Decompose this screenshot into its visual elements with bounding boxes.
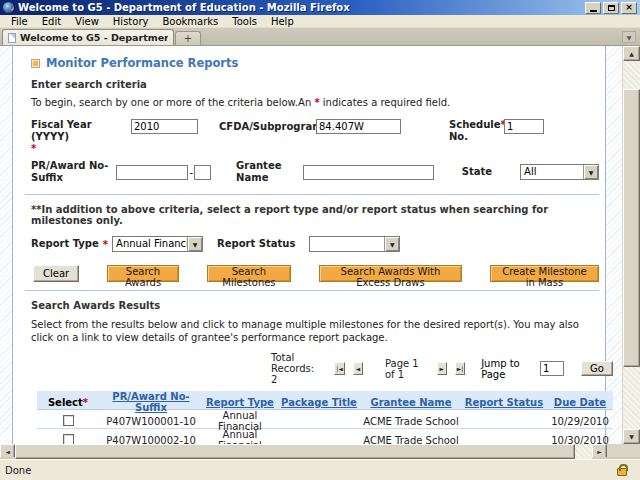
cell-report-type: Annual Financial (203, 429, 277, 444)
active-tab[interactable]: Welcome to G5 - Department of Edu... (2, 29, 174, 45)
search-milestones-button[interactable]: Search Milestones (207, 265, 291, 282)
section-divider (25, 290, 599, 291)
page-background: Monitor Performance Reports Enter search… (0, 46, 622, 444)
fiscal-year-label: Fiscal Year (YYYY) (31, 119, 131, 143)
menu-file[interactable]: File (4, 16, 35, 27)
state-select[interactable]: All ▼ (520, 164, 599, 180)
horizontal-scrollbar[interactable]: ◄ ► (0, 444, 640, 459)
scroll-right-button[interactable]: ► (592, 444, 607, 459)
sort-report-type-header[interactable]: Report Type (203, 397, 277, 408)
report-type-required-asterisk: * (103, 239, 108, 250)
page-icon (8, 33, 16, 43)
search-excess-draws-button[interactable]: Search Awards With Excess Draws (319, 265, 462, 282)
results-description: Select from the results below and click … (31, 318, 591, 344)
close-icon: × (625, 3, 633, 12)
scroll-down-icon: ▼ (629, 433, 634, 440)
next-page-icon: ► (439, 366, 444, 372)
prev-page-icon: ◄ (355, 366, 360, 372)
scroll-down-button[interactable]: ▼ (623, 429, 640, 444)
window-title: Welcome to G5 - Department of Education … (18, 2, 585, 13)
content-viewport: Monitor Performance Reports Enter search… (0, 46, 640, 444)
horizontal-scroll-track[interactable] (15, 444, 592, 459)
last-page-button[interactable]: ►| (455, 362, 465, 375)
row-checkbox[interactable] (63, 434, 74, 445)
vertical-scrollbar[interactable]: ▲ ▼ (622, 46, 640, 444)
state-label: State (462, 166, 492, 178)
report-type-select[interactable]: Annual Financial ▼ (112, 236, 203, 252)
jump-to-page-input[interactable] (540, 361, 564, 376)
page-indicator: Page 1 of 1 (385, 358, 421, 380)
prev-page-button[interactable]: ◄ (353, 362, 363, 375)
table-header-row: Select* PR/Award No-Suffix Report Type P… (37, 391, 613, 410)
cell-grantee-name: ACME Trade School (361, 416, 461, 427)
go-button[interactable]: Go (581, 361, 613, 376)
cell-pr-award: P407W100002-10 (99, 435, 203, 445)
search-criteria-heading: Enter search criteria (31, 79, 599, 90)
search-awards-button[interactable]: Search Awards (107, 265, 179, 282)
sort-package-title-header[interactable]: Package Title (277, 397, 361, 408)
cell-due-date: 10/30/2010 (547, 435, 613, 445)
next-page-button[interactable]: ► (437, 362, 447, 375)
menu-edit[interactable]: Edit (35, 16, 68, 27)
new-tab-button[interactable]: + (175, 31, 201, 45)
close-button[interactable]: × (621, 2, 637, 14)
schedule-no-input[interactable] (504, 119, 544, 134)
minimize-button[interactable] (585, 2, 601, 14)
results-heading: Search Awards Results (31, 300, 599, 311)
report-status-select[interactable]: ▼ (309, 236, 400, 252)
section-divider (25, 194, 599, 195)
results-table: Select* PR/Award No-Suffix Report Type P… (37, 391, 613, 444)
report-type-label: Report Type (31, 238, 99, 250)
firefox-icon (3, 2, 14, 13)
milestone-note: **In addition to above criteria, select … (31, 204, 599, 226)
jump-to-page-label: Jump to Page (481, 358, 523, 380)
create-milestone-button[interactable]: Create Milestone in Mass (490, 265, 599, 282)
security-lock-icon (617, 468, 627, 476)
first-page-icon: |◄ (336, 366, 343, 372)
vertical-scroll-track[interactable] (623, 61, 640, 429)
dropdown-arrow-icon: ▼ (187, 237, 202, 251)
sort-pr-award-header[interactable]: PR/Award No-Suffix (99, 391, 203, 413)
cfda-input[interactable] (316, 119, 401, 134)
scroll-up-button[interactable]: ▲ (623, 46, 640, 61)
fiscal-year-input[interactable] (131, 119, 198, 134)
list-tabs-button[interactable]: ▼ (622, 31, 636, 43)
vertical-scroll-thumb[interactable] (623, 89, 640, 367)
menu-view[interactable]: View (68, 16, 106, 27)
schedule-no-label: Schedule (449, 119, 501, 130)
pr-award-label: PR/Award No-Suffix (31, 160, 116, 184)
search-instructions: To begin, search by one or more of the c… (31, 97, 599, 108)
page-content: Monitor Performance Reports Enter search… (12, 46, 606, 444)
sort-report-status-header[interactable]: Report Status (461, 397, 547, 408)
menu-help[interactable]: Help (264, 16, 301, 27)
cell-due-date: 10/29/2010 (547, 416, 613, 427)
fiscal-year-required-asterisk: * (31, 143, 131, 154)
menu-bar: File Edit View History Bookmarks Tools H… (0, 15, 640, 28)
pr-award-suffix-input[interactable] (194, 165, 211, 180)
cfda-label: CFDA/Subprogram (219, 119, 316, 133)
scroll-left-icon: ◄ (5, 448, 10, 455)
last-page-icon: ►| (457, 366, 464, 372)
restore-button[interactable] (603, 2, 619, 14)
menu-history[interactable]: History (106, 16, 156, 27)
table-row: P407W100002-10 Annual Financial ACME Tra… (37, 429, 613, 444)
cell-pr-award: P407W100001-10 (99, 416, 203, 427)
grantee-name-input[interactable] (303, 165, 434, 180)
sort-grantee-name-header[interactable]: Grantee Name (361, 397, 461, 408)
scrollbar-corner (607, 444, 640, 459)
dropdown-arrow-icon: ▼ (583, 165, 598, 179)
cell-grantee-name: ACME Trade School (361, 435, 461, 445)
sort-due-date-header[interactable]: Due Date (547, 397, 613, 408)
pr-award-input[interactable] (116, 165, 188, 180)
status-text: Done (5, 465, 617, 476)
horizontal-scroll-thumb[interactable] (15, 444, 575, 459)
select-column-header: Select (48, 397, 83, 408)
menu-bookmarks[interactable]: Bookmarks (155, 16, 225, 27)
clear-button[interactable]: Clear (33, 265, 79, 282)
scroll-up-icon: ▲ (629, 50, 634, 57)
row-checkbox[interactable] (63, 415, 74, 426)
minimize-icon (590, 10, 597, 12)
menu-tools[interactable]: Tools (225, 16, 264, 27)
scroll-left-button[interactable]: ◄ (0, 444, 15, 459)
first-page-button[interactable]: |◄ (334, 362, 344, 375)
